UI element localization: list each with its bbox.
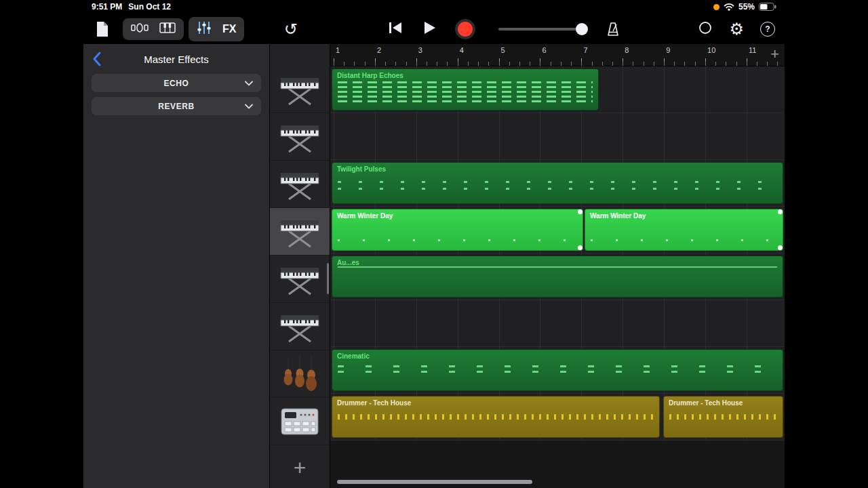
track-controls-icon [131,22,149,33]
view-toggle-segment [123,18,184,40]
region-label: Warm Winter Day [332,209,583,222]
track-header-keyboard-4[interactable] [270,208,330,256]
keyboard-instrument-icon [279,262,320,296]
region-notes-pattern [338,86,593,88]
region[interactable]: Drummer - Tech House [332,396,660,438]
mixer-sliders-icon [197,21,212,35]
settings-button[interactable]: ⚙ [729,21,744,37]
add-measures-button[interactable]: + [770,45,779,63]
reverb-dropdown[interactable]: REVERB [92,97,261,115]
battery-icon [759,3,776,11]
track-row[interactable]: Drummer - Tech HouseDrummer - Tech House [330,394,785,441]
track-header-strings-7[interactable] [270,350,330,398]
track-row[interactable]: Cinematic [330,347,785,394]
region-notes-pattern [338,414,654,420]
track-header-keyboard-1[interactable] [270,66,330,113]
ruler-measure-number: 3 [418,46,422,54]
record-icon [458,22,473,37]
main-content: Master Effects ECHO REVERB [83,44,785,488]
master-volume-slider[interactable] [498,23,587,35]
help-button[interactable]: ? [760,22,775,37]
drum-machine-icon [280,407,319,436]
add-track-button[interactable]: + [294,457,307,479]
battery-percent: 55% [738,2,755,12]
document-icon [96,21,109,37]
my-songs-button[interactable] [96,21,109,37]
chevron-down-icon [245,104,253,109]
region-notes-pattern [338,239,577,241]
echo-label: ECHO [163,79,189,88]
track-row[interactable]: Au...es [330,253,785,300]
region-label: Drummer - Tech House [332,396,659,409]
metronome-icon [606,22,620,37]
region-label: Twilight Pulses [332,163,783,176]
vertical-scrollbar[interactable] [327,263,329,294]
track-header-keyboard-3[interactable] [270,161,330,208]
keyboard-instrument-icon [279,73,320,106]
ruler-measure-number: 2 [377,46,381,54]
transport-controls [387,19,475,39]
wifi-icon [724,3,734,11]
back-chevron-icon [92,52,102,66]
panel-header: Master Effects [83,44,269,74]
status-right: 55% [713,2,776,12]
track-header-drum-8[interactable] [270,398,330,445]
toolbar: FX ↺ [83,14,785,44]
region[interactable]: Warm Winter Day [585,209,783,251]
region[interactable]: Au...es [332,256,783,298]
horizontal-scrollbar[interactable] [337,480,532,484]
track-header-keyboard-2[interactable] [270,113,330,161]
slider-knob[interactable] [576,23,588,35]
back-button[interactable] [89,49,105,68]
undo-icon: ↺ [284,21,298,37]
ruler[interactable]: + 1234567891011 [330,44,785,66]
screen: 9:51 PM Sun Oct 12 55% [0,0,868,488]
status-bar: 9:51 PM Sun Oct 12 55% [83,0,785,14]
orange-indicator-icon [713,4,719,10]
go-to-beginning-button[interactable] [387,21,403,37]
track-rows: Distant Harp EchoesTwilight PulsesWarm W… [330,66,785,441]
region-label: Cinematic [332,350,783,363]
echo-dropdown[interactable]: ECHO [92,74,261,92]
keyboard-instrument-icon [279,120,320,154]
rewind-to-start-icon [387,21,403,35]
region[interactable]: Distant Harp Echoes [332,68,599,110]
track-row[interactable]: Warm Winter DayWarm Winter Day [330,207,785,253]
region[interactable]: Twilight Pulses [332,162,783,204]
strings-instrument-icon [279,355,320,393]
mixer-button[interactable] [197,21,212,37]
ruler-measure-number: 10 [707,46,715,54]
region-notes-pattern [591,239,777,241]
status-time: 9:51 PM [92,2,122,12]
fx-button[interactable]: FX [222,23,236,35]
track-row[interactable]: Twilight Pulses [330,160,785,207]
track-row[interactable] [330,113,785,160]
track-row[interactable]: Distant Harp Echoes [330,66,785,113]
track-row[interactable] [330,300,785,347]
gear-icon: ⚙ [729,20,744,38]
loop-browser-button[interactable] [698,20,713,38]
track-header-keyboard-6[interactable] [270,303,330,350]
mixer-fx-segment: FX [189,17,244,41]
record-button[interactable] [455,19,475,39]
track-controls-toggle-button[interactable] [131,22,149,36]
timeline: + 1234567891011 Distant Harp EchoesTwili… [330,44,785,488]
region[interactable]: Cinematic [332,349,783,391]
region[interactable]: Drummer - Tech House [663,396,783,438]
ruler-measure-number: 6 [542,46,547,54]
region-label: Warm Winter Day [585,209,783,222]
region-notes-pattern [338,91,593,93]
play-button[interactable] [422,21,436,37]
ruler-measure-number: 11 [749,46,756,54]
metronome-button[interactable] [606,22,620,37]
region[interactable]: Warm Winter Day [332,209,583,251]
status-date: Sun Oct 12 [128,2,171,12]
track-header-keyboard-5[interactable] [270,256,330,303]
region-notes-pattern [338,100,593,102]
region-notes-pattern [338,181,777,183]
ruler-measure-number: 1 [336,46,340,54]
instrument-view-button[interactable] [159,22,176,36]
slider-track [498,28,587,30]
undo-button[interactable]: ↺ [284,21,298,37]
track-header-column: + [269,44,330,488]
